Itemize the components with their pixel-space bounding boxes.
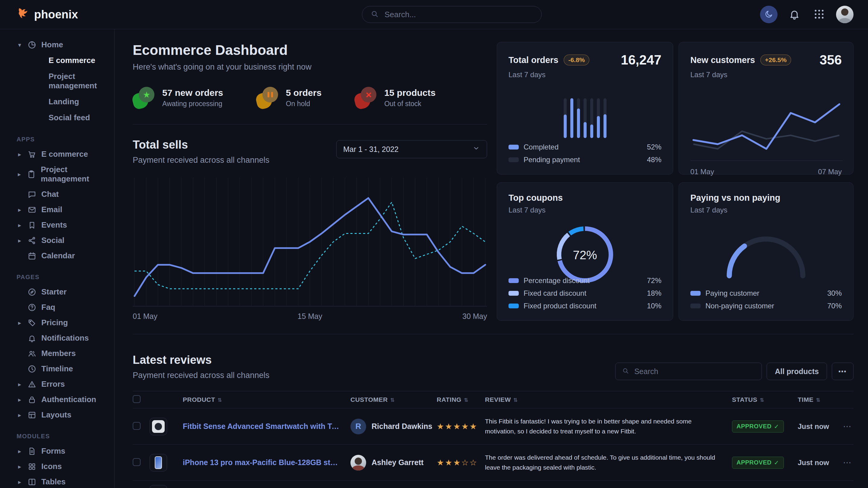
sidebar-item-forms[interactable]: ▸Forms (0, 444, 114, 459)
theme-toggle-button[interactable] (760, 6, 777, 23)
legend-value: 70% (827, 302, 842, 310)
sort-icon: ⇅ (217, 397, 222, 403)
sidebar-item-label: Chat (41, 190, 59, 199)
chevron-right-icon: ▸ (17, 412, 23, 419)
card-value: 16,247 (621, 53, 661, 67)
chevron-right-icon: ▸ (17, 381, 23, 388)
sidebar-item-label: Timeline (41, 364, 73, 373)
tag-icon (27, 318, 36, 327)
sidebar-subitem-e-commerce[interactable]: E commerce (0, 53, 114, 68)
stat-subtitle: Awating processing (162, 100, 223, 108)
chevron-right-icon: ▸ (17, 478, 23, 486)
all-products-button[interactable]: All products (767, 363, 827, 380)
sidebar-item-pricing[interactable]: ▸Pricing (0, 315, 114, 330)
row-menu-button[interactable]: ⋯ (843, 421, 854, 431)
col-customer[interactable]: CUSTOMER⇅ (350, 396, 437, 403)
reviews-search-input[interactable] (634, 367, 755, 376)
main-content: Ecommerce Dashboard Here's what's going … (115, 29, 868, 488)
legend-label: Paying customer (706, 289, 760, 297)
row-menu-button[interactable]: ⋯ (843, 458, 854, 467)
section-divider (133, 334, 854, 334)
sidebar-item-social[interactable]: ▸Social (0, 233, 114, 248)
legend-label: Fixed product discount (524, 302, 596, 310)
select-all-checkbox[interactable] (133, 395, 141, 403)
product-thumbnail[interactable] (150, 454, 167, 471)
total-sells-x-labels: 01 May 15 May 30 May (133, 312, 487, 321)
table-row: iPhone 13 pro max-Pacific Blue-128GB sto… (133, 445, 854, 481)
time-text: Just now (798, 458, 843, 467)
x-label: 01 May (133, 312, 157, 321)
sort-icon: ⇅ (760, 397, 764, 403)
legend-value: 48% (647, 156, 661, 164)
bell-icon (27, 334, 36, 343)
col-rating[interactable]: RATING⇅ (437, 396, 485, 403)
legend-value: 18% (647, 289, 661, 297)
sidebar-item-authentication[interactable]: ▸Authentication (0, 392, 114, 407)
sidebar-subitem-project-management[interactable]: Project management (0, 68, 114, 94)
page-title: Ecommerce Dashboard (133, 42, 487, 58)
sidebar-item-timeline[interactable]: Timeline (0, 361, 114, 377)
sidebar-section-label: MODULES (0, 433, 114, 440)
chevron-right-icon: ▸ (17, 396, 23, 403)
total-orders-card: Total orders -6.8% 16,247 Last 7 days Co… (497, 42, 673, 174)
legend-item-fixed-product-discount: Fixed product discount10% (508, 302, 661, 310)
new-customers-chart (690, 87, 842, 164)
search-input[interactable] (384, 10, 533, 20)
global-search[interactable] (362, 6, 542, 23)
top-coupons-card: Top coupons Last 7 days 72% Percentage d… (497, 182, 673, 321)
reviews-table-body: Fitbit Sense Advanced Smartwatch with To… (133, 409, 854, 488)
chevron-right-icon: ▸ (17, 171, 22, 178)
date-range-value: Mar 1 - 31, 2022 (343, 145, 398, 154)
sidebar-item-icons[interactable]: ▸Icons (0, 459, 114, 474)
question-icon (27, 303, 36, 312)
user-avatar[interactable] (836, 6, 854, 23)
more-options-button[interactable]: ⋯ (832, 363, 854, 380)
product-thumbnail[interactable] (150, 485, 167, 488)
col-product[interactable]: PRODUCT⇅ (183, 396, 350, 403)
x-label: 07 May (818, 168, 842, 176)
sidebar-item-home[interactable]: ▾ Home (0, 37, 114, 53)
mail-icon (27, 205, 36, 214)
sidebar-item-email[interactable]: ▸Email (0, 202, 114, 217)
sidebar-item-events[interactable]: ▸Events (0, 217, 114, 233)
legend-label: Completed (524, 143, 559, 151)
quick-stats: ★57 new ordersAwating processing5 orders… (133, 72, 487, 125)
x-label: 15 May (298, 312, 322, 321)
chevron-right-icon: ▸ (17, 319, 23, 326)
review-text: This Fitbit is fantastic! I was trying t… (485, 417, 732, 436)
sidebar-item-layouts[interactable]: ▸Layouts (0, 407, 114, 423)
sidebar-item-notifications[interactable]: Notifications (0, 330, 114, 346)
notifications-button[interactable] (786, 8, 802, 22)
sidebar-subitem-landing[interactable]: Landing (0, 94, 114, 110)
sidebar-item-members[interactable]: Members (0, 346, 114, 361)
product-thumbnail[interactable] (150, 418, 167, 435)
sidebar-item-calendar[interactable]: Calendar (0, 248, 114, 263)
date-range-select[interactable]: Mar 1 - 31, 2022 (336, 140, 487, 158)
brand-logo[interactable]: phoenix (17, 7, 78, 23)
sidebar-item-starter[interactable]: Starter (0, 284, 114, 300)
sidebar-subitem-social-feed[interactable]: Social feed (0, 110, 114, 126)
col-review[interactable]: REVIEW⇅ (485, 396, 732, 403)
sidebar-item-errors[interactable]: ▸Errors (0, 377, 114, 392)
product-link[interactable]: iPhone 13 pro max-Pacific Blue-128GB sto… (183, 458, 350, 467)
sort-icon: ⇅ (464, 397, 468, 403)
order-bar (584, 98, 587, 138)
product-link[interactable]: Fitbit Sense Advanced Smartwatch with To… (183, 422, 350, 431)
sidebar-item-project-management[interactable]: ▸Project management (0, 162, 114, 187)
stat-subtitle: On hold (286, 100, 321, 108)
row-checkbox[interactable] (133, 458, 141, 466)
apps-menu-button[interactable] (811, 8, 827, 22)
order-bar (597, 98, 600, 138)
row-checkbox[interactable] (133, 422, 141, 430)
sidebar-item-e-commerce[interactable]: ▸E commerce (0, 147, 114, 162)
reviews-search[interactable] (615, 363, 762, 380)
top-navbar: phoenix (0, 0, 868, 29)
sidebar-item-label: Project management (41, 165, 111, 184)
sidebar-item-chat[interactable]: Chat (0, 187, 114, 202)
warning-icon (27, 380, 36, 389)
col-time[interactable]: TIME⇅ (798, 396, 843, 403)
sidebar-item-faq[interactable]: Faq (0, 300, 114, 315)
sidebar-item-tables[interactable]: ▸Tables (0, 474, 114, 488)
col-status[interactable]: STATUS⇅ (732, 396, 798, 403)
card-period: Last 7 days (508, 206, 661, 214)
